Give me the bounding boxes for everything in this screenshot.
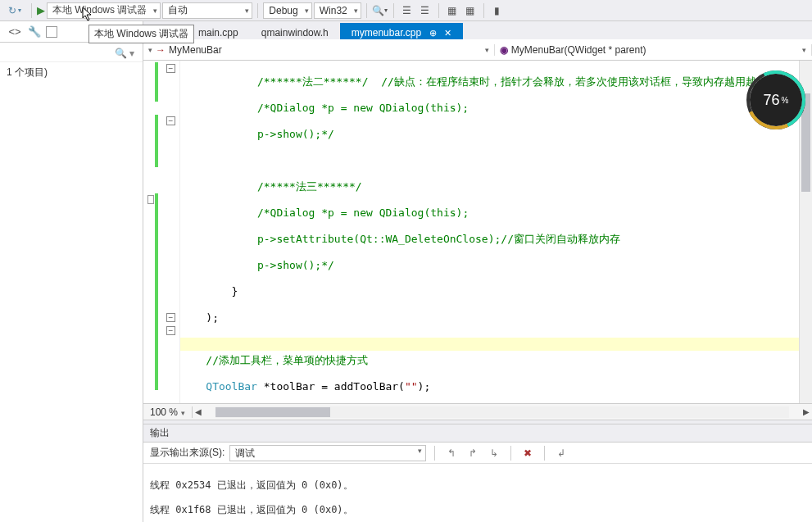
member-combo[interactable]: ◉ MyMenuBar(QWidget * parent) ▾ xyxy=(495,44,812,56)
scope-combo[interactable]: ▾ → MyMenuBar ▾ xyxy=(143,44,495,56)
fold-toggle[interactable]: − xyxy=(166,116,175,125)
mode-combo[interactable]: 自动 xyxy=(162,2,252,19)
wordwrap-icon[interactable]: ↲ xyxy=(553,445,569,461)
output-content[interactable]: 线程 0x2534 已退出，返回值为 0 (0x0)。 线程 0x1f68 已退… xyxy=(143,464,812,522)
output-line: 线程 0x1f68 已退出，返回值为 0 (0x0)。 xyxy=(150,504,805,516)
scroll-left-icon[interactable]: ◀ xyxy=(193,406,204,418)
pin-icon[interactable]: ⊕ xyxy=(429,28,437,38)
outdent-icon[interactable]: ☰ xyxy=(417,2,433,19)
member-label: MyMenuBar(QWidget * parent) xyxy=(511,44,646,56)
navigation-bar: ▾ → MyMenuBar ▾ ◉ MyMenuBar(QWidget * pa… xyxy=(143,39,812,61)
horizontal-scrollbar[interactable] xyxy=(215,406,789,418)
config-combo[interactable]: Debug xyxy=(263,2,311,19)
editor-gutter: − − − − xyxy=(143,61,180,403)
goto-icon[interactable]: ↳ xyxy=(486,445,502,461)
refresh-button[interactable]: ↻▾ xyxy=(3,3,26,18)
output-source-combo[interactable]: 调试 xyxy=(229,445,426,461)
fold-toggle[interactable]: − xyxy=(166,313,175,322)
search-icon[interactable]: 🔍▾ xyxy=(372,2,388,19)
perf-value: 76 xyxy=(764,92,780,109)
scrollbar-thumb[interactable] xyxy=(215,407,330,417)
solution-item[interactable]: 1 个项目) xyxy=(0,62,143,83)
properties-icon[interactable] xyxy=(46,26,57,38)
chevron-down-icon: ▾ xyxy=(802,46,806,54)
tags-icon[interactable]: <> xyxy=(7,24,23,40)
platform-combo[interactable]: Win32 xyxy=(314,2,361,19)
editor-statusbar: 100 % ◀ ▶ xyxy=(143,403,812,420)
indent-icon[interactable]: ☰ xyxy=(399,2,415,19)
debugger-combo[interactable]: 本地 Windows 调试器 xyxy=(47,2,161,19)
zoom-combo[interactable]: 100 % xyxy=(143,406,193,418)
explorer-search: 🔍 ▾ xyxy=(0,43,143,62)
prev-icon[interactable]: ↰ xyxy=(443,445,460,461)
fold-column: − − − − xyxy=(166,61,178,403)
solution-explorer: <> 🔧 🔍 ▾ 1 个项目) xyxy=(0,21,143,522)
code-editor[interactable]: − − − − /******法二******/ //缺点：在程序结束时，指针才… xyxy=(143,61,812,403)
scope-label: MyMenuBar xyxy=(169,44,222,56)
output-source-label: 显示输出来源(S): xyxy=(150,446,225,460)
comment-icon[interactable]: ▦ xyxy=(444,2,460,19)
performance-overlay: 76% xyxy=(750,74,802,126)
wrench-icon[interactable]: 🔧 xyxy=(26,24,43,40)
perf-unit: % xyxy=(782,96,789,105)
output-line: 线程 0x2534 已退出，返回值为 0 (0x0)。 xyxy=(150,479,805,492)
main-toolbar: ↻▾ ▶ 本地 Windows 调试器 自动 Debug Win32 🔍▾ ☰ … xyxy=(0,0,812,21)
method-icon: ◉ xyxy=(500,44,508,56)
next-icon[interactable]: ↱ xyxy=(465,445,481,461)
play-icon: ▶ xyxy=(37,4,45,16)
output-toolbar: 显示输出来源(S): 调试 ↰ ↱ ↳ ✖ ↲ xyxy=(143,443,812,464)
output-panel: 输出 显示输出来源(S): 调试 ↰ ↱ ↳ ✖ ↲ 线程 0x2534 已退出… xyxy=(143,424,812,522)
scroll-right-icon[interactable]: ▶ xyxy=(801,406,812,418)
close-icon[interactable]: ✕ xyxy=(444,28,451,38)
search-icon: 🔍 ▾ xyxy=(115,48,134,59)
solution-label: 1 个项目) xyxy=(7,66,48,79)
debugger-tooltip: 本地 Windows 调试器 xyxy=(88,25,194,43)
crumb-arrow-icon: → xyxy=(156,44,166,56)
code-content[interactable]: /******法二******/ //缺点：在程序结束时，指针才会释放，若多次使… xyxy=(180,61,799,403)
uncomment-icon[interactable]: ▦ xyxy=(462,2,479,19)
chevron-down-icon: ▾ xyxy=(148,46,152,54)
output-title: 输出 xyxy=(143,424,812,443)
chevron-down-icon: ▾ xyxy=(485,46,489,54)
caret-indicator xyxy=(147,195,154,204)
bookmark-icon[interactable]: ▮ xyxy=(489,2,506,19)
clear-icon[interactable]: ✖ xyxy=(519,445,536,461)
fold-toggle[interactable]: − xyxy=(166,64,175,73)
tab-label: mymenubar.cpp xyxy=(352,27,421,39)
fold-toggle[interactable]: − xyxy=(166,326,175,335)
